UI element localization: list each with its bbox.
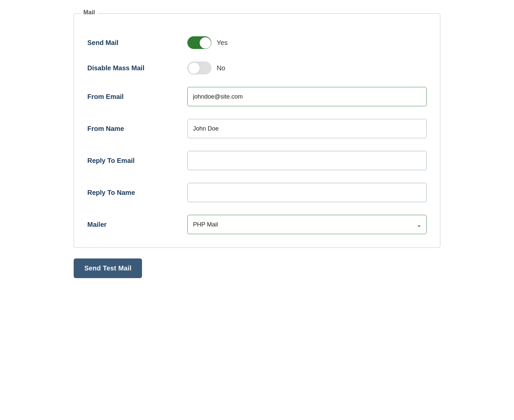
mailer-row: Mailer PHP Mail SMTP Sendmail ⌄	[87, 215, 427, 234]
from-email-control	[187, 87, 427, 106]
disable-mass-mail-toggle[interactable]	[187, 62, 211, 74]
from-name-label: From Name	[87, 125, 187, 133]
send-mail-toggle[interactable]	[187, 36, 211, 49]
fieldset-legend: Mail	[81, 9, 98, 16]
reply-to-name-input[interactable]	[187, 183, 427, 202]
from-email-label: From Email	[87, 93, 187, 101]
send-mail-track	[187, 36, 211, 49]
from-name-control	[187, 119, 427, 138]
disable-mass-mail-thumb	[188, 63, 200, 74]
send-mail-label: Send Mail	[87, 39, 187, 47]
reply-to-email-input[interactable]	[187, 151, 427, 170]
reply-to-email-label: Reply To Email	[87, 157, 187, 165]
send-mail-control: Yes	[187, 36, 427, 49]
reply-to-name-control	[187, 183, 427, 202]
send-mail-thumb	[200, 37, 211, 49]
from-name-row: From Name	[87, 119, 427, 138]
send-mail-row: Send Mail Yes	[87, 36, 427, 49]
reply-to-name-row: Reply To Name	[87, 183, 427, 202]
reply-to-email-row: Reply To Email	[87, 151, 427, 170]
from-email-input[interactable]	[187, 87, 427, 106]
from-email-row: From Email	[87, 87, 427, 106]
disable-mass-mail-label: Disable Mass Mail	[87, 64, 187, 72]
mailer-select-wrap: PHP Mail SMTP Sendmail ⌄	[187, 215, 427, 234]
reply-to-name-label: Reply To Name	[87, 189, 187, 197]
disable-mass-mail-control: No	[187, 62, 427, 74]
reply-to-email-control	[187, 151, 427, 170]
disable-mass-mail-row: Disable Mass Mail No	[87, 62, 427, 74]
from-name-input[interactable]	[187, 119, 427, 138]
disable-mass-mail-track	[187, 62, 211, 74]
mail-fieldset: Mail Send Mail Yes Disable Mass Mail	[74, 13, 440, 248]
send-mail-status: Yes	[217, 39, 228, 47]
mailer-label: Mailer	[87, 221, 187, 228]
mailer-control: PHP Mail SMTP Sendmail ⌄	[187, 215, 427, 234]
disable-mass-mail-status: No	[217, 64, 225, 72]
page-container: Mail Send Mail Yes Disable Mass Mail	[74, 13, 440, 278]
mailer-select[interactable]: PHP Mail SMTP Sendmail	[187, 215, 427, 234]
send-test-mail-button[interactable]: Send Test Mail	[74, 258, 142, 278]
